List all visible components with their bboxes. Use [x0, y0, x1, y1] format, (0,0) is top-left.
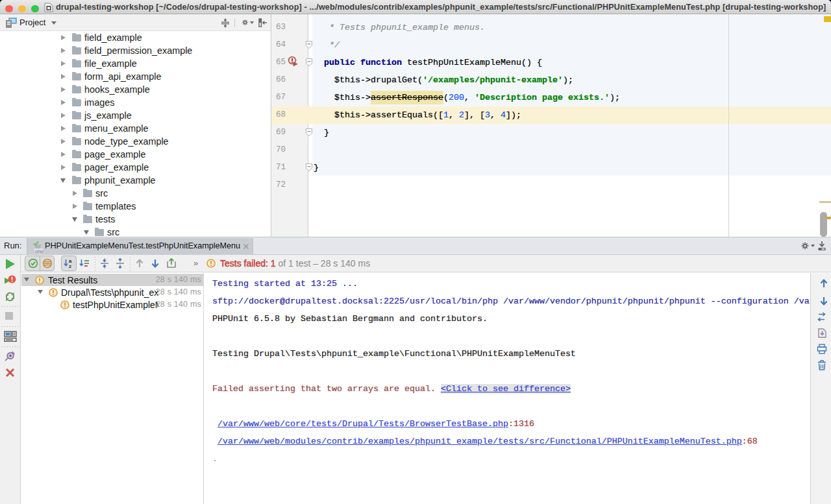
svg-text:php: php	[35, 248, 43, 253]
svg-text:z: z	[69, 263, 71, 269]
